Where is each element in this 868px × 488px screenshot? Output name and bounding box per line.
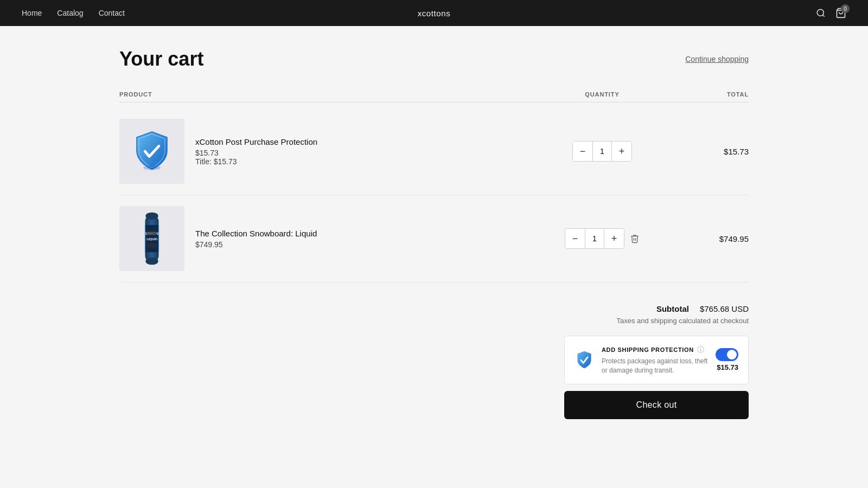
product-info-1: xCotton Post Purchase Protection $15.73 … xyxy=(195,137,542,166)
page-title: Your cart xyxy=(119,48,203,70)
nav-contact[interactable]: Contact xyxy=(99,9,125,17)
quantity-controls-2: − 1 + xyxy=(565,228,624,249)
nav-catalog[interactable]: Catalog xyxy=(57,9,83,17)
product-image-2: UNION LIQUID xyxy=(119,206,184,271)
header-quantity: QUANTITY xyxy=(542,91,662,98)
quantity-increase-1[interactable]: + xyxy=(612,142,631,161)
brand-logo: xcottons xyxy=(418,9,451,18)
quantity-decrease-2[interactable]: − xyxy=(565,229,585,248)
quantity-increase-2[interactable]: + xyxy=(604,229,624,248)
svg-point-3 xyxy=(143,165,161,170)
svg-line-1 xyxy=(822,15,824,16)
checkout-button[interactable]: Check out xyxy=(564,391,749,419)
product-image-1 xyxy=(119,119,184,184)
quantity-controls-1: − 1 + xyxy=(572,141,632,162)
product-info-2: The Collection Snowboard: Liquid $749.95 xyxy=(195,229,542,249)
product-variant-1: Title: $15.73 xyxy=(195,157,542,166)
product-price-2: $749.95 xyxy=(195,240,542,249)
nav-links: Home Catalog Contact xyxy=(22,9,125,17)
total-col-1: $15.73 xyxy=(662,147,749,156)
header-product: PRODUCT xyxy=(119,91,542,98)
search-button[interactable] xyxy=(816,8,826,18)
sp-toggle-price: $15.73 xyxy=(716,348,738,371)
nav-home[interactable]: Home xyxy=(22,9,42,17)
toggle-knob xyxy=(727,350,737,359)
main-content: Your cart Continue shopping PRODUCT QUAN… xyxy=(108,26,760,441)
shipping-shield-icon xyxy=(575,350,594,370)
trash-icon xyxy=(630,234,640,243)
sp-description: Protects packages against loss, theft or… xyxy=(602,357,708,375)
info-icon: ⓘ xyxy=(697,345,704,355)
quantity-decrease-1[interactable]: − xyxy=(573,142,592,161)
tax-note: Taxes and shipping calculated at checkou… xyxy=(616,317,749,325)
subtotal-label: Subtotal xyxy=(656,304,689,313)
shipping-protection-info: ADD SHIPPING PROTECTION ⓘ Protects packa… xyxy=(602,345,708,375)
protection-shield-icon xyxy=(130,130,174,173)
cart-item-2: UNION LIQUID The Collection Snowboard: L… xyxy=(119,195,749,282)
svg-point-5 xyxy=(145,213,158,220)
nav-actions: 0 xyxy=(816,8,846,18)
svg-text:LIQUID: LIQUID xyxy=(146,237,157,241)
continue-shopping-link[interactable]: Continue shopping xyxy=(685,55,749,63)
svg-point-6 xyxy=(145,258,158,265)
product-name-1: xCotton Post Purchase Protection xyxy=(195,137,542,146)
page-header: Your cart Continue shopping xyxy=(119,48,749,70)
delete-item-2[interactable] xyxy=(630,234,640,243)
cart-count: 0 xyxy=(841,4,850,13)
product-price-1: $15.73 xyxy=(195,149,542,157)
sp-title: ADD SHIPPING PROTECTION xyxy=(602,346,694,353)
product-name-2: The Collection Snowboard: Liquid xyxy=(195,229,542,238)
svg-rect-10 xyxy=(146,243,157,247)
navbar: Home Catalog Contact xcottons 0 xyxy=(0,0,868,26)
sp-price: $15.73 xyxy=(717,363,738,371)
shipping-protection-toggle[interactable] xyxy=(716,348,738,361)
quantity-value-1: 1 xyxy=(592,142,612,161)
quantity-col-2: − 1 + xyxy=(542,228,662,249)
cart-item: xCotton Post Purchase Protection $15.73 … xyxy=(119,108,749,195)
search-icon xyxy=(816,8,826,18)
quantity-col-1: − 1 + xyxy=(542,141,662,162)
quantity-value-2: 1 xyxy=(585,229,604,248)
subtotal-row: Subtotal $765.68 USD xyxy=(656,304,749,313)
snowboard-icon: UNION LIQUID xyxy=(136,211,168,266)
svg-point-0 xyxy=(817,9,824,16)
header-total: TOTAL xyxy=(662,91,749,98)
total-col-2: $749.95 xyxy=(662,234,749,243)
cart-table-header: PRODUCT QUANTITY TOTAL xyxy=(119,87,749,102)
subtotal-value: $765.68 USD xyxy=(700,304,749,313)
shipping-protection-card: ADD SHIPPING PROTECTION ⓘ Protects packa… xyxy=(564,336,749,384)
cart-summary: Subtotal $765.68 USD Taxes and shipping … xyxy=(119,304,749,419)
product-col-2: UNION LIQUID The Collection Snowboard: L… xyxy=(119,206,542,271)
cart-button[interactable]: 0 xyxy=(835,8,846,18)
svg-rect-11 xyxy=(146,230,157,235)
sp-title-row: ADD SHIPPING PROTECTION ⓘ xyxy=(602,345,708,355)
product-col-1: xCotton Post Purchase Protection $15.73 … xyxy=(119,119,542,184)
